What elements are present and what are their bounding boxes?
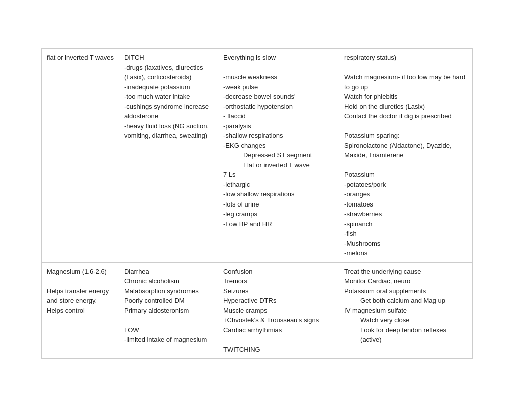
cell-row1-col1: DiarrheaChronic alcoholismMalabsorption … <box>119 262 218 359</box>
table-wrapper: flat or inverted T wavesDITCH-drugs (lax… <box>41 48 473 359</box>
cell-row0-col2: Everything is slow-muscle weakness-weak … <box>218 49 339 263</box>
cell-row1-col0: Magnesium (1.6-2.6)Helps transfer energy… <box>42 262 119 359</box>
main-table: flat or inverted T wavesDITCH-drugs (lax… <box>41 48 473 359</box>
cell-row0-col0: flat or inverted T waves <box>42 49 119 263</box>
cell-row1-col2: ConfusionTremorsSeizuresHyperactive DTRs… <box>218 262 339 359</box>
cell-row0-col3: respiratory status)Watch magnesium- if t… <box>339 49 473 263</box>
page-container: flat or inverted T wavesDITCH-drugs (lax… <box>0 0 532 412</box>
cell-row1-col3: Treat the underlying causeMonitor Cardia… <box>339 262 473 359</box>
cell-row0-col1: DITCH-drugs (laxatives, diurectics (Lasi… <box>119 49 218 263</box>
